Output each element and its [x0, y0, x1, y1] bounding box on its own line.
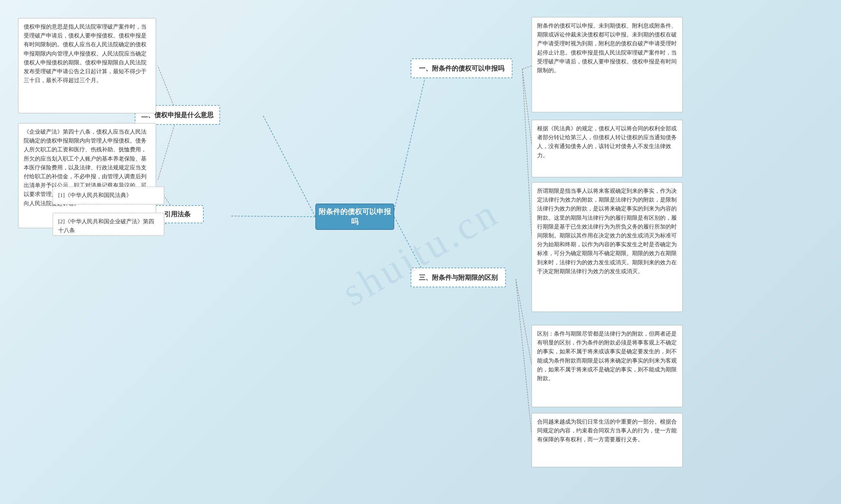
svg-line-11	[516, 279, 532, 368]
leaf-citation-1: [1]《中华人民共和国民法典》	[53, 186, 164, 204]
svg-line-1	[230, 216, 315, 217]
svg-line-9	[522, 69, 532, 149]
svg-line-2	[394, 69, 427, 210]
branch-node-conditional-claim: 一、附条件的债权可以申报吗	[410, 58, 512, 78]
leaf-bankruptcy-law: 《企业破产法》第四十八条，债权人应当在人民法院确定的债权申报期限内向管理人申报债…	[18, 123, 156, 228]
leaf-citation-2: [2]《中华人民共和国企业破产法》第四十八条	[53, 213, 164, 236]
leaf-contract: 合同越来越成为我们日常生活的中重要的一部分。根据合同规定的内容，约束着合同双方当…	[531, 413, 683, 467]
leaf-period-definition: 所谓期限是指当事人以将来客观确定到来的事实，作为决定法律行为效力的附款，期限是法…	[531, 182, 683, 312]
svg-line-10	[522, 69, 532, 248]
leaf-debt-declaration-meaning: 债权申报的意思是指人民法院审理破产案件时，当受理破产申请后，债权人要申报债权。债…	[18, 18, 156, 113]
leaf-conditional-claim-explanation: 附条件的债权可以申报。未到期债权、附利息或附条件、期限或诉讼仲裁未决债权都可以申…	[531, 17, 683, 112]
svg-line-12	[516, 279, 532, 440]
svg-line-0	[263, 115, 315, 217]
svg-line-8	[522, 66, 532, 69]
branch-node-difference: 三、附条件与附期限的区别	[410, 268, 506, 287]
center-node: 附条件的债权可以申报吗	[315, 203, 394, 230]
leaf-difference-explanation: 区别：条件与期限尽管都是法律行为的附款，但两者还是有明显的区别，作为条件的附款必…	[531, 325, 683, 407]
leaf-civil-code-transfer: 根据《民法典》的规定，债权人可以将合同的权利全部或者部分转让给第三人，但债权人转…	[531, 120, 683, 177]
svg-line-5	[158, 115, 177, 181]
